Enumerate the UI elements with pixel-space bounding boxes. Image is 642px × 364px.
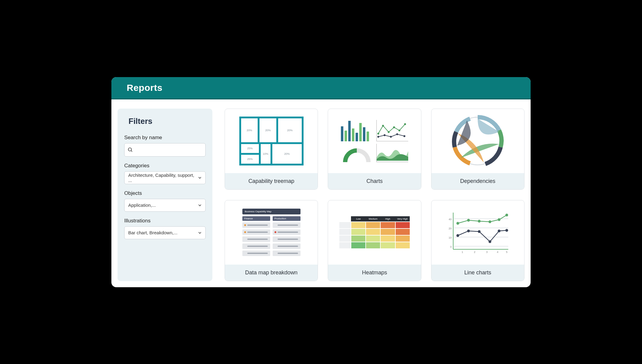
svg-point-31	[478, 220, 481, 222]
card-heatmaps[interactable]: Low Medium High Very High Heatmaps	[328, 200, 421, 281]
svg-point-32	[489, 220, 491, 223]
chevron-down-icon	[198, 203, 202, 207]
svg-point-0	[128, 148, 132, 151]
svg-text:4: 4	[497, 251, 498, 254]
thumbnail-datamap: Business Capability Map Finance	[225, 200, 318, 265]
categories-value: Architecture, Capability, support, ...	[128, 173, 198, 183]
thumbnail-dependencies	[431, 109, 524, 173]
illustrations-select[interactable]: Bar chart, Breakdown,...	[124, 226, 206, 239]
svg-point-40	[506, 229, 508, 232]
svg-text:0: 0	[450, 245, 452, 248]
filters-title: Filters	[124, 117, 206, 126]
search-icon	[128, 147, 133, 153]
search-input-wrap[interactable]	[124, 143, 206, 157]
hm-h3: Very High	[395, 216, 410, 221]
card-label: Heatmaps	[328, 265, 421, 281]
svg-line-1	[131, 150, 132, 152]
svg-point-11	[396, 133, 398, 135]
svg-text:10: 10	[449, 236, 452, 239]
svg-point-29	[457, 222, 459, 225]
svg-point-36	[467, 229, 470, 232]
search-field: Search by name	[124, 135, 206, 157]
svg-point-35	[457, 234, 459, 237]
filters-panel: Filters Search by name Categories Archit…	[118, 109, 212, 281]
report-grid: 20% 20% 20% 25% 25% 10% 20%	[225, 109, 524, 281]
svg-point-12	[404, 135, 405, 137]
thumbnail-charts	[328, 109, 421, 173]
objects-value: Application,...	[128, 202, 156, 208]
card-label: Charts	[328, 173, 421, 189]
chevron-down-icon	[198, 176, 202, 180]
illustrations-field: Illustrations Bar chart, Breakdown,...	[124, 218, 206, 239]
illustrations-label: Illustrations	[124, 218, 206, 224]
datamap-col2: Production	[273, 216, 300, 221]
svg-text:5: 5	[506, 251, 508, 254]
search-label: Search by name	[124, 135, 206, 141]
svg-text:40: 40	[449, 218, 452, 221]
thumbnail-heatmap: Low Medium High Very High	[328, 200, 421, 265]
thumbnail-treemap: 20% 20% 20% 25% 25% 10% 20%	[225, 109, 318, 173]
svg-point-38	[489, 240, 491, 243]
card-data-map-breakdown[interactable]: Business Capability Map Finance	[225, 200, 318, 281]
categories-label: Categories	[124, 163, 206, 169]
svg-point-37	[478, 230, 481, 233]
hm-h1: Medium	[366, 216, 380, 221]
objects-select[interactable]: Application,...	[124, 199, 206, 212]
svg-point-4	[388, 131, 390, 133]
svg-point-6	[398, 129, 400, 131]
hm-h2: High	[380, 216, 395, 221]
objects-field: Objects Application,...	[124, 190, 206, 212]
svg-point-33	[498, 218, 501, 221]
svg-point-39	[498, 229, 501, 232]
svg-point-5	[393, 126, 395, 128]
reports-window: Reports Filters Search by name Categorie…	[111, 77, 531, 287]
svg-point-2	[377, 132, 379, 134]
svg-text:2: 2	[474, 251, 476, 254]
card-label: Line charts	[431, 265, 524, 281]
categories-select[interactable]: Architecture, Capability, support, ...	[124, 171, 206, 184]
card-charts[interactable]: Charts	[328, 109, 421, 190]
svg-point-7	[404, 123, 406, 125]
objects-label: Objects	[124, 190, 206, 196]
chevron-down-icon	[198, 231, 202, 235]
svg-point-30	[467, 219, 470, 221]
page-title: Reports	[127, 83, 515, 93]
svg-text:3: 3	[486, 251, 488, 254]
card-label: Dependencies	[431, 173, 524, 189]
card-line-charts[interactable]: 0102040 12345 Line charts	[431, 200, 524, 281]
svg-point-9	[384, 134, 386, 136]
categories-field: Categories Architecture, Capability, sup…	[124, 163, 206, 184]
card-dependencies[interactable]: Dependencies	[431, 109, 524, 190]
card-label: Data map breakdown	[225, 265, 318, 281]
svg-point-10	[390, 136, 392, 138]
datamap-title: Business Capability Map	[242, 209, 300, 214]
search-input[interactable]	[135, 147, 202, 152]
illustrations-value: Bar chart, Breakdown,...	[128, 230, 177, 235]
datamap-col1: Finance	[242, 216, 270, 221]
thumbnail-linechart: 0102040 12345	[431, 200, 524, 265]
svg-text:20: 20	[449, 227, 452, 230]
hm-h0: Low	[351, 216, 366, 221]
svg-point-3	[382, 124, 384, 126]
body: Filters Search by name Categories Archit…	[111, 99, 531, 287]
header-bar: Reports	[111, 77, 531, 99]
svg-point-8	[377, 136, 379, 138]
card-label: Capability treemap	[225, 173, 318, 189]
card-capability-treemap[interactable]: 20% 20% 20% 25% 25% 10% 20%	[225, 109, 318, 190]
svg-point-34	[506, 214, 508, 216]
svg-text:1: 1	[462, 251, 463, 254]
